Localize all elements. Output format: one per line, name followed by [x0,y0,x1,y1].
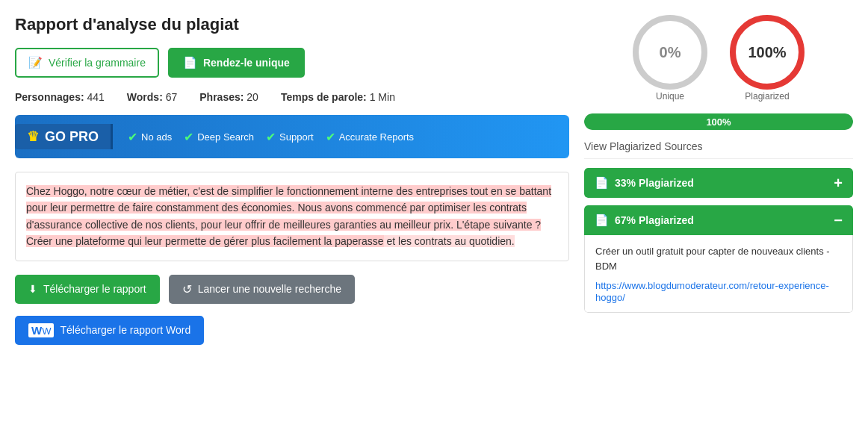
plagiarized-sources-title: View Plagiarized Sources [584,140,853,159]
plagiarized-circle: 100% [730,15,805,90]
grammar-button[interactable]: Vérifier la grammaire [15,48,159,78]
pro-label: GO PRO [45,129,99,145]
unique-circle: 0% [633,15,707,90]
check-icon: ✔ [184,130,193,144]
check-icon: ✔ [128,130,137,144]
source-item-2[interactable]: 67% Plagiarized − Créer un outil gratuit… [584,205,853,313]
source-body-2: Créer un outil gratuit pour capter de no… [584,235,853,313]
unique-percent: 0% [660,44,681,61]
unique-circle-item: 0% Unique [633,15,707,102]
source-expand-btn-1[interactable]: + [834,175,843,190]
crown-icon [27,128,39,145]
pro-banner[interactable]: GO PRO ✔ No ads ✔ Deep Search ✔ Support … [15,115,569,158]
check-icon: ✔ [266,130,276,144]
refresh-icon [182,282,192,296]
progress-bar-container: 100% [584,113,853,130]
plagiarized-label: Plagiarized [745,91,789,102]
word-icon: W [28,323,54,337]
stats-row: Personnages: 441 Words: 67 Phrases: 20 T… [15,91,569,103]
source-label-2: 67% Plagiarized [615,214,694,226]
pro-feature-deep-search: ✔ Deep Search [184,130,254,144]
source-url-2[interactable]: https://www.blogdumoderateur.com/retour-… [595,280,829,303]
source-description-2: Créer un outil gratuit pour capter de no… [595,244,842,273]
download-report-button[interactable]: Télécharger le rapport [15,275,160,304]
check-icon: ✔ [326,130,335,144]
source-doc-icon-1 [595,176,609,190]
plagiarized-circle-item: 100% Plagiarized [730,15,805,102]
new-search-button[interactable]: Lancer une nouvelle recherche [169,275,355,304]
plagiarized-percent: 100% [748,44,786,61]
pro-feature-support: ✔ Support [266,130,314,144]
source-doc-icon-2 [595,214,609,227]
pro-feature-no-ads: ✔ No ads [128,130,172,144]
page-title: Rapport d'analyse du plagiat [15,15,569,34]
progress-label: 100% [706,116,731,128]
unique-icon [183,56,197,69]
progress-bar-fill: 100% [584,113,853,130]
unique-button[interactable]: Rendez-le unique [168,48,305,78]
grammar-icon [28,56,43,69]
source-expand-btn-2[interactable]: − [834,213,843,228]
circles-row: 0% Unique 100% Plagiarized [584,15,853,102]
source-label-1: 33% Plagiarized [615,177,694,189]
unique-label: Unique [656,91,684,102]
download-word-button[interactable]: W Télécharger le rapport Word [15,316,204,345]
source-header-2[interactable]: 67% Plagiarized − [584,205,853,235]
source-header-1[interactable]: 33% Plagiarized + [584,168,853,198]
download-icon [28,283,37,295]
text-content: Chez Hoggo, notre cœur de métier, c'est … [15,172,569,261]
pro-feature-reports: ✔ Accurate Reports [326,130,414,144]
source-item-1[interactable]: 33% Plagiarized + [584,168,853,198]
